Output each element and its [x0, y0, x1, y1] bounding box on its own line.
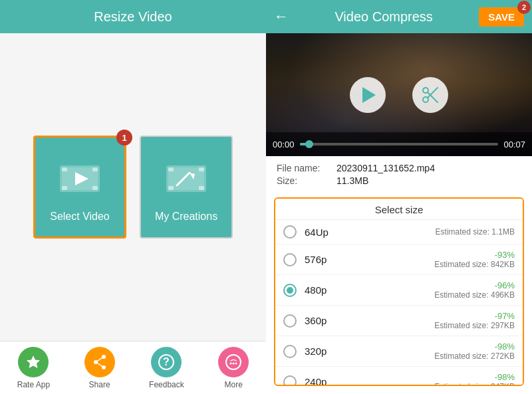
- size-option-360p[interactable]: 360p -97% Estimated size: 297KB: [275, 306, 523, 336]
- size-est-64up: Estimated size: 1.1MB: [436, 227, 515, 237]
- size-label-320p: 320p: [305, 345, 434, 357]
- left-content: 1 Select Video: [0, 33, 266, 341]
- svg-rect-10: [199, 167, 204, 171]
- file-name-row: File name: 20230911_131652.mp4: [277, 163, 521, 173]
- svg-point-24: [226, 355, 241, 369]
- file-name-label: File name:: [277, 163, 336, 173]
- size-label-360p: 360p: [305, 315, 434, 326]
- svg-text:?: ?: [164, 356, 170, 367]
- more-label: More: [225, 380, 243, 389]
- back-button[interactable]: ←: [274, 8, 289, 25]
- svg-marker-16: [27, 355, 40, 368]
- video-timeline: 00:00 00:07: [266, 132, 532, 156]
- left-header: Resize Video: [0, 0, 266, 33]
- radio-480p-fill: [287, 287, 293, 294]
- rate-app-item[interactable]: Rate App: [17, 347, 50, 389]
- select-video-badge: 1: [116, 130, 132, 146]
- select-video-card[interactable]: 1 Select Video: [33, 136, 126, 239]
- radio-480p: [283, 284, 297, 297]
- svg-line-31: [428, 92, 438, 102]
- svg-point-27: [235, 362, 237, 364]
- radio-360p: [283, 314, 297, 328]
- file-info: File name: 20230911_131652.mp4 Size: 11.…: [266, 156, 532, 192]
- size-option-240p[interactable]: 240p -98% Estimated size: 247KB: [275, 367, 523, 386]
- svg-point-25: [230, 362, 232, 364]
- svg-line-21: [96, 362, 104, 367]
- svg-rect-5: [92, 186, 98, 190]
- file-size-value: 11.3MB: [336, 175, 368, 186]
- select-video-icon: [53, 152, 106, 205]
- progress-bar[interactable]: [300, 143, 499, 146]
- right-panel: ← Video Compress SAVE 2 00:00: [266, 0, 532, 394]
- size-label-240p: 240p: [305, 376, 434, 386]
- size-label-576p: 576p: [305, 254, 434, 265]
- size-percent-240p: -98%: [434, 372, 515, 382]
- size-right-576p: -93% Estimated size: 842KB: [434, 250, 515, 269]
- size-label-480p: 480p: [305, 284, 434, 296]
- file-size-label: Size:: [277, 175, 336, 186]
- share-icon: [84, 347, 115, 377]
- share-item[interactable]: Share: [84, 347, 115, 389]
- size-percent-360p: -97%: [434, 311, 515, 321]
- right-header: ← Video Compress SAVE 2: [266, 0, 532, 33]
- feedback-item[interactable]: ? Feedback: [149, 347, 184, 389]
- feedback-icon: ?: [151, 347, 182, 377]
- file-name-value: 20230911_131652.mp4: [336, 163, 435, 173]
- left-footer: Rate App Share ? Feedback: [0, 341, 266, 394]
- radio-576p: [283, 253, 297, 266]
- file-size-row: Size: 11.3MB: [277, 175, 521, 186]
- more-item[interactable]: More: [218, 347, 249, 389]
- size-right-480p: -96% Estimated size: 496KB: [434, 280, 515, 300]
- video-preview: 00:00 00:07: [266, 33, 532, 156]
- size-est-480p: Estimated size: 496KB: [434, 290, 515, 300]
- feedback-label: Feedback: [149, 380, 184, 389]
- size-right-64up: Estimated size: 1.1MB: [436, 227, 515, 237]
- size-percent-576p: -93%: [434, 250, 515, 260]
- svg-point-26: [233, 362, 235, 364]
- size-percent-480p: -96%: [434, 280, 515, 290]
- radio-320p: [283, 345, 297, 358]
- select-size-container: Select size 64Up Estimated size: 1.1MB 5…: [274, 197, 524, 386]
- size-option-64up[interactable]: 64Up Estimated size: 1.1MB: [275, 220, 523, 245]
- scissors-button[interactable]: [412, 77, 448, 113]
- size-option-576p[interactable]: 576p -93% Estimated size: 842KB: [275, 245, 523, 275]
- size-right-360p: -97% Estimated size: 297KB: [434, 311, 515, 330]
- save-badge: 2: [517, 1, 531, 14]
- play-icon: [362, 87, 376, 103]
- size-option-320p[interactable]: 320p -98% Estimated size: 272KB: [275, 336, 523, 367]
- more-icon: [218, 347, 249, 377]
- size-percent-320p: -98%: [434, 342, 515, 351]
- svg-line-20: [96, 357, 104, 362]
- save-button[interactable]: SAVE 2: [479, 7, 524, 27]
- size-right-320p: -98% Estimated size: 272KB: [434, 342, 515, 361]
- my-creations-card[interactable]: My Creations: [140, 136, 233, 239]
- svg-rect-12: [199, 186, 204, 190]
- rate-app-label: Rate App: [17, 380, 50, 389]
- svg-line-15: [176, 185, 178, 186]
- svg-rect-8: [168, 167, 204, 190]
- left-panel: Resize Video 1 Select Video: [0, 0, 266, 394]
- size-est-240p: Estimated size: 247KB: [434, 382, 515, 386]
- size-option-480p[interactable]: 480p -96% Estimated size: 496KB: [275, 275, 523, 306]
- time-end: 00:07: [503, 140, 525, 149]
- svg-rect-4: [62, 186, 67, 190]
- size-right-240p: -98% Estimated size: 247KB: [434, 372, 515, 386]
- radio-240p: [283, 375, 297, 387]
- select-video-label: Select Video: [50, 211, 110, 223]
- size-est-576p: Estimated size: 842KB: [434, 260, 515, 269]
- play-button[interactable]: [350, 77, 386, 113]
- svg-line-30: [428, 88, 438, 98]
- left-title: Resize Video: [94, 9, 172, 25]
- share-label: Share: [89, 380, 110, 389]
- progress-dot: [305, 140, 313, 148]
- my-creations-icon: [160, 152, 213, 205]
- time-start: 00:00: [273, 140, 295, 149]
- my-creations-label: My Creations: [155, 211, 217, 223]
- svg-rect-11: [168, 186, 174, 190]
- svg-rect-2: [62, 167, 67, 171]
- radio-64up: [283, 225, 297, 239]
- svg-rect-9: [168, 167, 174, 171]
- select-size-header: Select size: [275, 199, 523, 220]
- rate-app-icon: [18, 347, 49, 377]
- size-est-320p: Estimated size: 272KB: [434, 351, 515, 361]
